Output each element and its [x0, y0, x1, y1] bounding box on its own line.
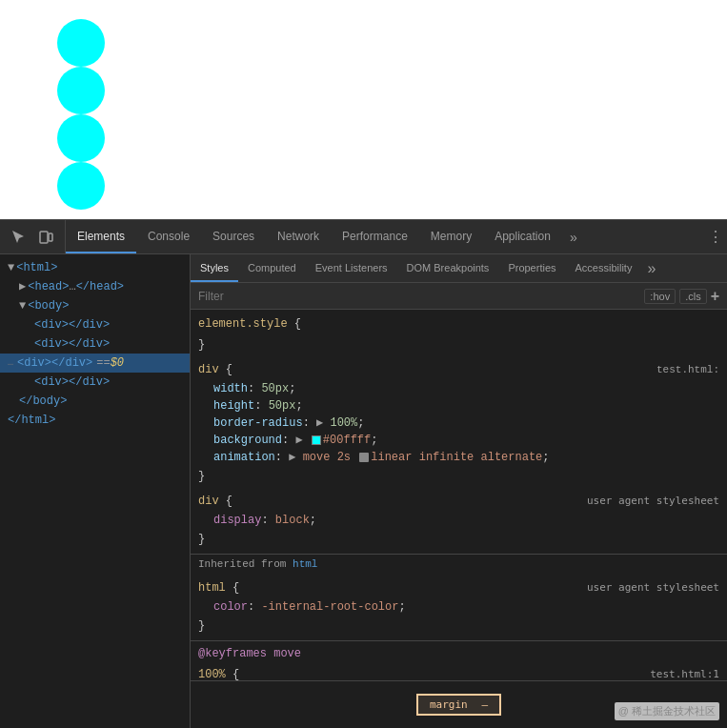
- tab-network[interactable]: Network: [266, 220, 331, 253]
- div-useragent-close: }: [191, 529, 727, 550]
- inspect-element-button[interactable]: [8, 226, 30, 249]
- circle-1: [57, 19, 105, 67]
- dom-line-div2[interactable]: <div></div>: [0, 334, 190, 354]
- styles-panel: Styles Computed Event Listeners DOM Brea…: [191, 254, 727, 728]
- css-prop-border-radius[interactable]: border-radius: ▶ 100%;: [191, 415, 727, 432]
- css-prop-width[interactable]: width: 50px;: [191, 380, 727, 397]
- dom-line-div3-selected[interactable]: … <div></div> == $0: [0, 354, 190, 373]
- devtools-panel: Elements Console Sources Network Perform…: [0, 219, 727, 728]
- filter-input[interactable]: [198, 290, 640, 303]
- filter-buttons: :hov .cls: [644, 289, 706, 304]
- dom-line-html-close[interactable]: </html>: [0, 411, 190, 430]
- css-prop-height[interactable]: height: 50px;: [191, 397, 727, 415]
- div-useragent-header: user agent stylesheet div {: [191, 491, 727, 512]
- circle-3: [57, 114, 105, 162]
- tab-event-listeners[interactable]: Event Listeners: [306, 254, 397, 282]
- watermark: @ 稀土掘金技术社区: [615, 702, 719, 720]
- cls-filter-button[interactable]: .cls: [679, 289, 707, 304]
- keyframes-100-header: test.html:1 100% {: [191, 664, 727, 680]
- tab-styles[interactable]: Styles: [191, 254, 238, 282]
- dom-line-head[interactable]: ▶<head>…</head>: [0, 277, 190, 296]
- css-prop-animation[interactable]: animation: ▶ move 2s linear infinite alt…: [191, 449, 727, 466]
- hov-filter-button[interactable]: :hov: [644, 289, 676, 304]
- element-style-rule: element.style {: [191, 313, 727, 334]
- add-style-button[interactable]: +: [711, 288, 719, 305]
- devtools-toolbar: Elements Console Sources Network Perform…: [0, 220, 727, 254]
- dom-line-body[interactable]: ▼<body>: [0, 296, 190, 315]
- box-model-margin: margin –: [416, 694, 501, 716]
- div-rule-header: test.html: div {: [191, 359, 727, 380]
- device-toggle-button[interactable]: [34, 226, 57, 249]
- devtools-tabs: Elements Console Sources Network Perform…: [66, 220, 704, 253]
- preview-area: [0, 0, 727, 219]
- css-content: element.style { } test.html: div { width…: [191, 310, 727, 680]
- toolbar-icons: [0, 220, 66, 253]
- tab-computed[interactable]: Computed: [238, 254, 306, 282]
- dom-line-div4[interactable]: <div></div>: [0, 373, 190, 392]
- tab-overflow[interactable]: »: [562, 220, 585, 253]
- tab-properties[interactable]: Properties: [498, 254, 565, 282]
- html-useragent-header: user agent stylesheet html {: [191, 577, 727, 598]
- dom-panel: ▼<html> ▶<head>…</head> ▼<body> <div></d…: [0, 254, 191, 728]
- styles-tab-overflow[interactable]: »: [641, 260, 661, 277]
- devtools-menu-button[interactable]: ⋮: [704, 226, 727, 249]
- keyframes-header: @keyframes move: [191, 640, 727, 664]
- dom-line-div1[interactable]: <div></div>: [0, 315, 190, 334]
- svg-rect-0: [40, 232, 48, 243]
- css-prop-display[interactable]: display: block;: [191, 512, 727, 529]
- devtools-main: ▼<html> ▶<head>…</head> ▼<body> <div></d…: [0, 254, 727, 728]
- tab-memory[interactable]: Memory: [419, 220, 483, 253]
- filter-bar: :hov .cls +: [191, 283, 727, 310]
- tab-application[interactable]: Application: [483, 220, 562, 253]
- circle-4: [57, 162, 105, 210]
- tab-performance[interactable]: Performance: [331, 220, 419, 253]
- html-useragent-close: }: [191, 616, 727, 637]
- inherited-from: Inherited from html: [191, 554, 727, 574]
- svg-rect-1: [49, 233, 52, 241]
- dom-line-body-close[interactable]: </body>: [0, 392, 190, 411]
- css-prop-background[interactable]: background: ▶ #00ffff;: [191, 432, 727, 449]
- animation-checkbox[interactable]: [359, 453, 369, 462]
- tab-dom-breakpoints[interactable]: DOM Breakpoints: [397, 254, 499, 282]
- circle-2: [57, 67, 105, 114]
- tab-sources[interactable]: Sources: [201, 220, 266, 253]
- tab-console[interactable]: Console: [136, 220, 201, 253]
- color-swatch[interactable]: [312, 435, 321, 445]
- tab-accessibility[interactable]: Accessibility: [566, 254, 642, 282]
- div-rule-close: }: [191, 466, 727, 487]
- dom-line-html[interactable]: ▼<html>: [0, 258, 190, 277]
- tab-elements[interactable]: Elements: [66, 220, 136, 253]
- css-prop-color[interactable]: color: -internal-root-color;: [191, 598, 727, 616]
- styles-tabs: Styles Computed Event Listeners DOM Brea…: [191, 254, 727, 283]
- element-style-close: }: [191, 334, 727, 355]
